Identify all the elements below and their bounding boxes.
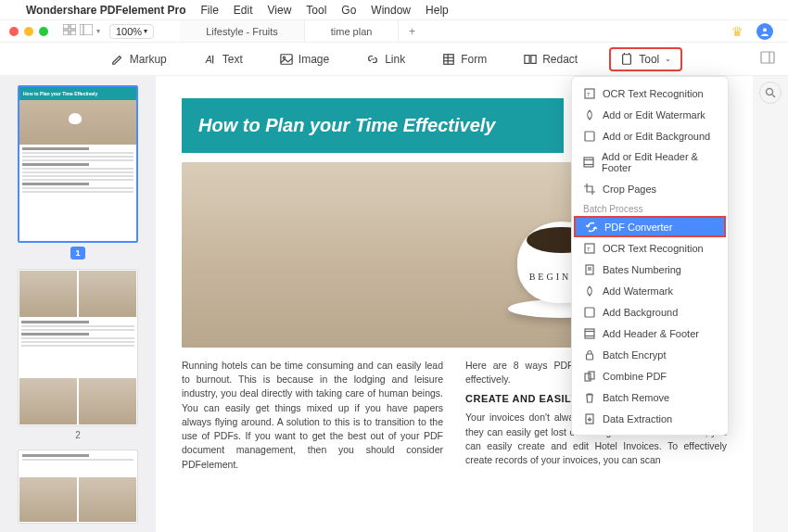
- main-toolbar: Markup A Text Image Link Form Redact Too…: [0, 43, 788, 76]
- page-number: 2: [75, 430, 81, 440]
- svg-rect-18: [761, 52, 774, 63]
- dd-add-header-footer[interactable]: Add Header & Footer: [572, 323, 728, 344]
- menu-view[interactable]: View: [268, 4, 292, 17]
- view-controls: ▾: [63, 24, 100, 38]
- converter-icon: [585, 221, 597, 233]
- thumbnails-sidebar[interactable]: How to Plan your Time Effectively 1 2: [0, 76, 156, 532]
- svg-point-10: [283, 57, 285, 58]
- svg-text:A: A: [205, 53, 212, 64]
- svg-rect-1: [70, 24, 76, 29]
- minimize-button[interactable]: [24, 27, 33, 36]
- tool-dropdown-menu: T OCR Text Recognition Add or Edit Water…: [571, 76, 729, 436]
- menu-edit[interactable]: Edit: [234, 4, 253, 17]
- dd-bates[interactable]: Bates Numbering: [572, 259, 728, 280]
- column-1: Running hotels can be time consuming and…: [182, 359, 443, 472]
- menu-help[interactable]: Help: [426, 4, 449, 17]
- zoom-value: 100%: [116, 26, 142, 37]
- document-tabs: Lifestyle - Fruits time plan +: [180, 20, 722, 42]
- extract-icon: [583, 412, 595, 424]
- background-icon: [583, 130, 595, 142]
- titlebar-right: ♛: [731, 23, 779, 40]
- combine-icon: [583, 370, 595, 382]
- svg-rect-37: [586, 354, 592, 360]
- thumb-page-3[interactable]: [11, 450, 145, 524]
- markup-button[interactable]: Markup: [106, 49, 172, 70]
- svg-point-6: [763, 28, 767, 32]
- svg-point-20: [767, 89, 773, 95]
- dd-batch-remove[interactable]: Batch Remove: [572, 386, 728, 408]
- header-footer-icon: [583, 327, 595, 339]
- dd-edit-background[interactable]: Add or Edit Background: [572, 125, 728, 146]
- tab-lifestyle-fruits[interactable]: Lifestyle - Fruits: [180, 20, 305, 42]
- user-avatar[interactable]: [756, 23, 773, 40]
- window-titlebar: ▾ 100% ▾ Lifestyle - Fruits time plan + …: [0, 20, 788, 43]
- search-button[interactable]: [759, 82, 782, 104]
- close-button[interactable]: [9, 27, 19, 36]
- text-button[interactable]: A Text: [198, 49, 248, 70]
- dd-pdf-converter[interactable]: PDF Converter: [574, 216, 726, 237]
- dd-batch-encrypt[interactable]: Batch Encrypt: [572, 344, 728, 365]
- ocr-icon: T: [583, 87, 595, 99]
- svg-rect-2: [63, 31, 69, 35]
- svg-rect-39: [589, 372, 594, 379]
- svg-rect-11: [444, 54, 454, 64]
- menu-file[interactable]: File: [201, 4, 219, 17]
- maximize-button[interactable]: [39, 27, 48, 36]
- watermark-icon: [583, 285, 595, 297]
- svg-rect-33: [585, 308, 594, 317]
- add-tab-button[interactable]: +: [399, 20, 425, 42]
- tab-time-plan[interactable]: time plan: [305, 20, 400, 42]
- image-button[interactable]: Image: [274, 49, 335, 70]
- link-button[interactable]: Link: [361, 49, 411, 70]
- right-search-strip: [753, 76, 788, 532]
- menu-window[interactable]: Window: [371, 4, 411, 17]
- chevron-down-icon: ⌄: [665, 55, 671, 63]
- dd-data-extraction[interactable]: Data Extraction: [572, 408, 728, 429]
- svg-rect-34: [585, 329, 594, 338]
- svg-rect-17: [623, 54, 631, 64]
- tool-dropdown-button[interactable]: Tool ⌄: [609, 47, 682, 71]
- svg-rect-24: [585, 132, 594, 141]
- traffic-lights: [9, 27, 48, 36]
- thumb-page-1[interactable]: How to Plan your Time Effectively 1: [11, 85, 145, 260]
- page-number-badge: 1: [70, 247, 85, 260]
- ocr-icon: T: [583, 242, 595, 254]
- svg-rect-0: [63, 24, 69, 29]
- dd-add-background[interactable]: Add Background: [572, 301, 728, 323]
- svg-rect-38: [585, 374, 591, 381]
- chevron-down-icon: ▾: [144, 27, 147, 35]
- thumbnails-icon[interactable]: [63, 24, 76, 38]
- sidebar-layout-icon[interactable]: [80, 24, 93, 38]
- header-footer-icon: [583, 157, 594, 169]
- dd-combine-pdf[interactable]: Combine PDF: [572, 365, 728, 386]
- svg-line-21: [772, 95, 775, 97]
- macos-menubar: Wondershare PDFelement Pro File Edit Vie…: [0, 0, 788, 20]
- svg-text:T: T: [587, 246, 591, 251]
- svg-rect-15: [525, 55, 529, 63]
- bates-icon: [583, 263, 595, 275]
- dd-edit-watermark[interactable]: Add or Edit Watermark: [572, 104, 728, 125]
- dd-crop-pages[interactable]: Crop Pages: [572, 178, 728, 199]
- dd-ocr[interactable]: T OCR Text Recognition: [572, 82, 728, 104]
- crop-icon: [583, 183, 595, 195]
- svg-rect-16: [531, 55, 536, 63]
- tips-bulb-icon[interactable]: ♛: [731, 24, 744, 39]
- dd-section-batch: Batch Process: [572, 199, 728, 216]
- lock-icon: [583, 348, 595, 361]
- dd-add-watermark[interactable]: Add Watermark: [572, 280, 728, 301]
- menu-go[interactable]: Go: [341, 4, 356, 17]
- svg-rect-25: [584, 158, 593, 167]
- redact-button[interactable]: Redact: [518, 49, 583, 70]
- app-name[interactable]: Wondershare PDFelement Pro: [26, 4, 186, 17]
- trash-icon: [583, 391, 595, 403]
- thumb-page-2[interactable]: 2: [11, 269, 145, 440]
- dd-batch-ocr[interactable]: T OCR Text Recognition: [572, 237, 728, 259]
- menu-tool[interactable]: Tool: [306, 4, 326, 17]
- watermark-icon: [583, 108, 595, 120]
- dd-edit-header-footer[interactable]: Add or Edit Header & Footer: [572, 146, 728, 178]
- right-panel-toggle-icon[interactable]: [760, 51, 775, 67]
- page-title-banner: How to Plan your Time Effectively: [182, 98, 564, 153]
- form-button[interactable]: Form: [437, 49, 492, 70]
- zoom-select[interactable]: 100% ▾: [109, 24, 154, 39]
- background-icon: [583, 306, 595, 318]
